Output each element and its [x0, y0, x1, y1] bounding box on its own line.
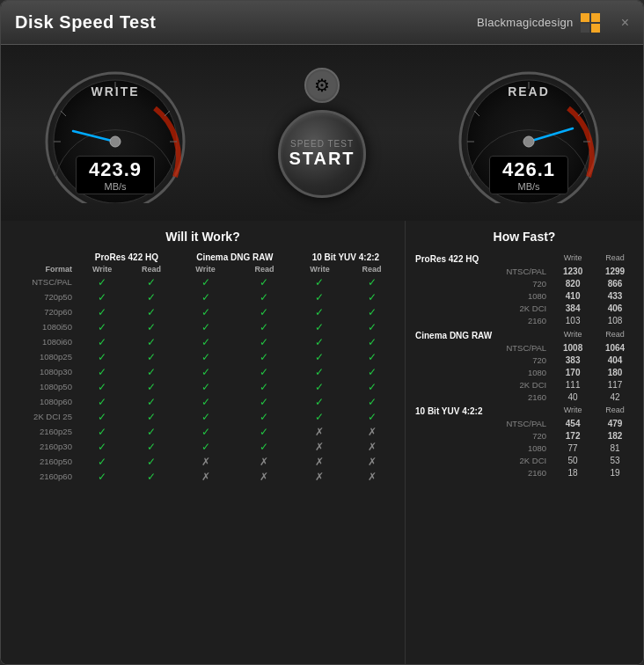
row-label: 1080p25 — [8, 349, 77, 364]
bmd-sq-3 — [581, 24, 589, 33]
check-cell: ✓ — [346, 364, 398, 379]
write-gauge: WRITE 423.9 MB/s — [27, 62, 203, 203]
check-cell: ✓ — [127, 379, 176, 394]
bmd-sq-1 — [581, 13, 589, 22]
format-col-header: Format — [8, 263, 77, 274]
row-label: 1080p60 — [8, 394, 77, 409]
fast-read-val: 42 — [594, 391, 636, 403]
check-cell: ✓ — [127, 454, 176, 469]
yuv-header: 10 Bit YUV 4:2:2 — [294, 251, 398, 263]
fast-row-label: 2K DCI — [413, 378, 552, 391]
fast-row-label: 720 — [413, 354, 552, 366]
check-cell: ✓ — [127, 394, 176, 409]
row-label: 2160p30 — [8, 439, 77, 454]
svg-text:READ: READ — [508, 84, 550, 99]
table-row: 2160p50✓✓✗✗✗✗ — [8, 454, 398, 469]
fast-row-label: NTSC/PAL — [413, 266, 552, 278]
fast-read-val: 180 — [594, 366, 636, 378]
fast-row: NTSC/PAL 1230 1299 — [413, 266, 636, 278]
table-row: 720p60✓✓✓✓✓✓ — [8, 304, 398, 319]
cross-cell: ✗ — [346, 454, 398, 469]
row-label: 2160p60 — [8, 469, 77, 484]
read-col-header: Read — [594, 327, 636, 342]
check-cell: ✓ — [346, 334, 398, 349]
check-cell: ✓ — [176, 289, 235, 304]
check-cell: ✓ — [346, 274, 398, 289]
check-cell: ✓ — [77, 274, 127, 289]
table-row: 1080i60✓✓✓✓✓✓ — [8, 334, 398, 349]
bmd-logo-text: Blackmagicdesign — [477, 16, 574, 29]
table-row: 1080p30✓✓✓✓✓✓ — [8, 364, 398, 379]
cross-cell: ✗ — [235, 454, 294, 469]
check-cell: ✓ — [127, 319, 176, 334]
check-cell: ✓ — [77, 469, 127, 484]
write-col-header: Write — [552, 251, 594, 266]
fast-row: NTSC/PAL 1008 1064 — [413, 341, 636, 354]
check-cell: ✓ — [294, 409, 346, 424]
check-cell: ✓ — [176, 409, 235, 424]
check-cell: ✓ — [77, 439, 127, 454]
fast-write-val: 170 — [552, 366, 594, 378]
fast-row-label: 2K DCI — [413, 303, 552, 315]
write-col-header: Write — [552, 327, 594, 342]
table-row: 1080p60✓✓✓✓✓✓ — [8, 394, 398, 409]
write-col-header: Write — [552, 403, 594, 418]
check-cell: ✓ — [235, 364, 294, 379]
fast-write-val: 384 — [552, 303, 594, 315]
fast-read-val: 182 — [594, 430, 636, 442]
check-cell: ✓ — [127, 274, 176, 289]
section-label: 10 Bit YUV 4:2:2 — [413, 403, 552, 418]
wr-write-1: Write — [77, 263, 127, 274]
fast-write-val: 103 — [552, 315, 594, 327]
fast-row: 720 820 866 — [413, 278, 636, 290]
table-row: 2160p25✓✓✓✓✗✗ — [8, 424, 398, 439]
check-cell: ✓ — [77, 349, 127, 364]
check-cell: ✓ — [346, 394, 398, 409]
how-fast-panel: How Fast? ProRes 422 HQ Write Read NTSC/… — [406, 221, 643, 664]
check-cell: ✓ — [176, 439, 235, 454]
check-cell: ✓ — [235, 274, 294, 289]
svg-point-18 — [523, 136, 534, 147]
check-cell: ✓ — [235, 424, 294, 439]
cross-cell: ✗ — [346, 424, 398, 439]
will-it-work-table: ProRes 422 HQ Cinema DNG RAW 10 Bit YUV … — [8, 251, 398, 484]
check-cell: ✓ — [346, 379, 398, 394]
bmd-logo: Blackmagicdesign × — [477, 13, 629, 33]
fast-row-label: 2160 — [413, 467, 552, 479]
check-cell: ✓ — [176, 364, 235, 379]
check-cell: ✓ — [176, 349, 235, 364]
check-cell: ✓ — [127, 469, 176, 484]
fast-row: 1080 170 180 — [413, 366, 636, 378]
fast-write-val: 410 — [552, 290, 594, 303]
start-button[interactable]: SPEED TEST START — [278, 110, 366, 198]
close-button[interactable]: × — [621, 15, 629, 31]
check-cell: ✓ — [77, 409, 127, 424]
fast-read-val: 81 — [594, 442, 636, 455]
fast-read-val: 433 — [594, 290, 636, 303]
fast-row: 2160 40 42 — [413, 391, 636, 403]
check-cell: ✓ — [127, 409, 176, 424]
check-cell: ✓ — [294, 274, 346, 289]
check-cell: ✓ — [235, 304, 294, 319]
center-controls: ⚙ SPEED TEST START — [278, 68, 366, 198]
check-cell: ✓ — [235, 409, 294, 424]
table-row: NTSC/PAL✓✓✓✓✓✓ — [8, 274, 398, 289]
fast-row: 2160 103 108 — [413, 315, 636, 327]
fast-write-val: 1008 — [552, 341, 594, 354]
settings-icon[interactable]: ⚙ — [304, 68, 340, 103]
fast-write-val: 50 — [552, 455, 594, 467]
check-cell: ✓ — [346, 349, 398, 364]
title-bar: Disk Speed Test Blackmagicdesign × — [1, 1, 643, 45]
svg-text:WRITE: WRITE — [91, 84, 139, 99]
check-cell: ✓ — [176, 379, 235, 394]
fast-write-val: 18 — [552, 467, 594, 479]
check-cell: ✓ — [346, 289, 398, 304]
cdng-header: Cinema DNG RAW — [176, 251, 294, 263]
fast-row: 2K DCI 50 53 — [413, 455, 636, 467]
cross-cell: ✗ — [294, 424, 346, 439]
read-col-header: Read — [594, 403, 636, 418]
check-cell: ✓ — [346, 319, 398, 334]
how-fast-table: ProRes 422 HQ Write Read NTSC/PAL 1230 1… — [413, 251, 636, 479]
table-row: 720p50✓✓✓✓✓✓ — [8, 289, 398, 304]
table-row: 1080p50✓✓✓✓✓✓ — [8, 379, 398, 394]
